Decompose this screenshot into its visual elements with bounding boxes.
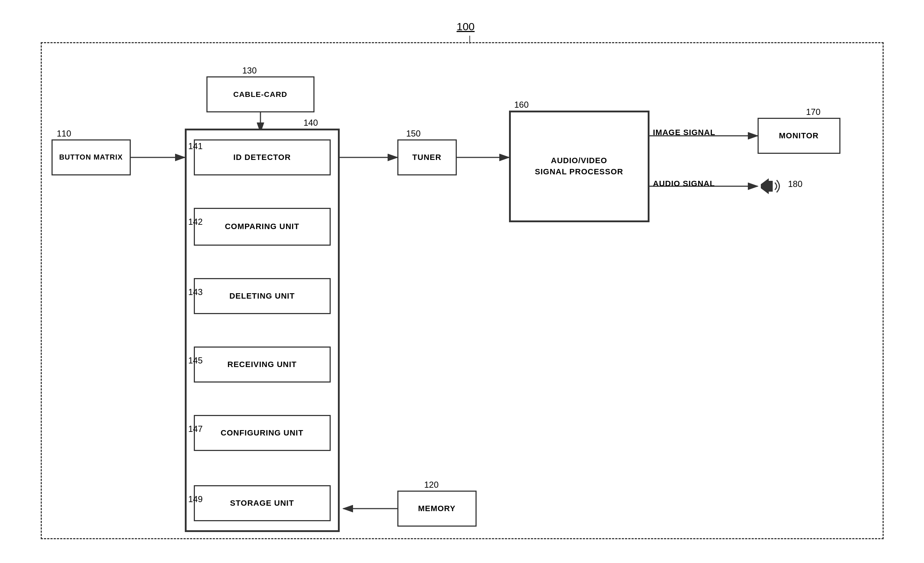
cable-card-block: CABLE-CARD [206, 77, 315, 113]
ref-145: 145 [188, 356, 203, 366]
audio-signal-text: AUDIO SIGNAL [653, 179, 715, 188]
monitor-block: MONITOR [758, 118, 840, 154]
speaker-icon [758, 174, 786, 203]
svg-rect-16 [768, 181, 773, 192]
ref-149: 149 [188, 494, 203, 504]
image-signal-text: IMAGE SIGNAL [653, 128, 716, 137]
audio-video-block: AUDIO/VIDEO SIGNAL PROCESSOR [509, 111, 650, 222]
id-detector-block: ID DETECTOR [194, 140, 331, 176]
storage-unit-block: STORAGE UNIT [194, 485, 331, 521]
ref-143: 143 [188, 287, 203, 297]
ref-147: 147 [188, 424, 203, 434]
ref-160: 160 [514, 100, 529, 110]
ref-100: 100 [456, 21, 474, 33]
ref-141: 141 [188, 141, 203, 151]
svg-marker-15 [761, 179, 768, 194]
ref-170: 170 [806, 107, 820, 117]
button-matrix-block: BUTTON MATRIX [51, 140, 131, 176]
outer-box [41, 42, 884, 539]
ref-142: 142 [188, 217, 203, 227]
configuring-unit-block: CONFIGURING UNIT [194, 415, 331, 451]
comparing-unit-block: COMPARING UNIT [194, 208, 331, 246]
ref-180: 180 [788, 179, 802, 189]
ref-150: 150 [406, 129, 421, 139]
receiving-unit-block: RECEIVING UNIT [194, 347, 331, 383]
diagram-area: 100 [30, 21, 894, 543]
memory-block: MEMORY [398, 491, 477, 527]
page-container: 100 [0, 0, 924, 563]
tuner-block: TUNER [398, 140, 457, 176]
ref-140: 140 [304, 118, 318, 128]
ref-110: 110 [57, 129, 71, 139]
deleting-unit-block: DELETING UNIT [194, 278, 331, 314]
ref-120: 120 [424, 480, 439, 490]
ref-130: 130 [242, 66, 257, 76]
id-detector-outer-block [185, 129, 340, 532]
